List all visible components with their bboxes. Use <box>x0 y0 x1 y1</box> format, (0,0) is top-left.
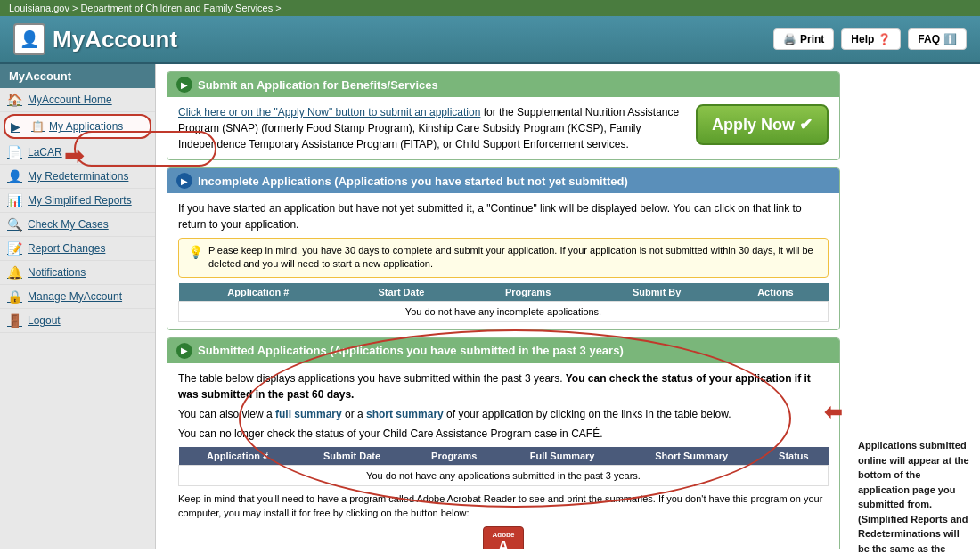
simplified-reports-icon: 📊 <box>7 193 23 207</box>
submitted-play-icon: ▶ <box>176 343 192 359</box>
col-programs: Programs <box>465 283 591 302</box>
sub-col-status: Status <box>759 447 828 466</box>
faq-button[interactable]: FAQ ℹ️ <box>908 28 967 50</box>
acrobat-icon: A <box>491 539 515 549</box>
adobe-reader-area: Adobe A GetReader <box>178 526 829 549</box>
checkmark-icon: ✔ <box>799 116 813 134</box>
logo-text: MyAccount <box>53 26 177 53</box>
submitted-desc3: You can no longer check the status of yo… <box>178 426 829 442</box>
report-changes-icon: 📝 <box>7 241 23 256</box>
incomplete-applications-section: ▶ Incomplete Applications (Applications … <box>167 167 840 330</box>
apply-text: Click here or on the "Apply Now" button … <box>178 104 685 152</box>
submit-application-section: ▶ Submit an Application for Benefits/Ser… <box>167 71 840 160</box>
logout-icon: 🚪 <box>7 313 23 328</box>
home-icon: 🏠 <box>7 93 23 107</box>
lacar-icon: 📄 <box>7 145 23 159</box>
sidebar-item-check-cases[interactable]: 🔍 Check My Cases <box>0 213 155 237</box>
header-buttons: 🖨️ Print Help ❓ FAQ ℹ️ <box>773 28 967 50</box>
warning-box: 💡 Please keep in mind, you have 30 days … <box>178 238 829 278</box>
sidebar-item-manage[interactable]: 🔒 Manage MyAccount <box>0 285 155 309</box>
manage-icon: 🔒 <box>7 289 23 304</box>
notifications-icon: 🔔 <box>7 265 23 280</box>
incomplete-section-body: If you have started an application but h… <box>167 193 839 329</box>
sidebar-item-report-changes[interactable]: 📝 Report Changes <box>0 237 155 261</box>
incomplete-table: Application # Start Date Programs Submit… <box>178 283 829 322</box>
header: 👤 MyAccount 🖨️ Print Help ❓ FAQ ℹ️ <box>0 16 980 64</box>
main-content: ▶ Submit an Application for Benefits/Ser… <box>156 64 851 549</box>
col-start-date: Start Date <box>338 283 465 302</box>
apply-link[interactable]: Click here or on the "Apply Now" button … <box>178 106 480 118</box>
col-submit-by: Submit By <box>591 283 723 302</box>
sidebar-item-home[interactable]: 🏠 MyAccount Home <box>0 88 155 112</box>
warning-icon: 💡 <box>188 244 203 262</box>
right-annotation: ⬅ Applications submitted online will app… <box>851 64 980 549</box>
sidebar-item-lacar[interactable]: 📄 LaCAR <box>0 141 155 165</box>
submitted-table: Application # Submit Date Programs Full … <box>178 447 829 486</box>
submitted-section-header: ▶ Submitted Applications (Applications y… <box>167 338 839 363</box>
submitted-desc1: The table below displays applications yo… <box>178 370 829 403</box>
main-layout: MyAccount 🏠 MyAccount Home ▶ 📋 My Applic… <box>0 64 980 549</box>
help-button[interactable]: Help ❓ <box>841 28 901 50</box>
redeterminations-icon: 👤 <box>7 169 23 183</box>
breadcrumb: Louisiana.gov > Department of Children a… <box>0 0 980 16</box>
sidebar-item-notifications[interactable]: 🔔 Notifications <box>0 261 155 285</box>
logo-icon: 👤 <box>13 23 45 55</box>
submitted-applications-section: ▶ Submitted Applications (Applications y… <box>167 337 840 549</box>
submitted-section-title: Submitted Applications (Applications you… <box>198 344 624 357</box>
adobe-reader-button[interactable]: Adobe A GetReader <box>483 526 523 549</box>
submit-section-body: Click here or on the "Apply Now" button … <box>167 97 839 159</box>
logo-area: 👤 MyAccount <box>13 23 177 55</box>
adobe-label: Adobe <box>491 531 515 539</box>
print-button[interactable]: 🖨️ Print <box>773 28 834 50</box>
table-row: You do not have any incomplete applicati… <box>179 301 829 321</box>
sidebar-item-redeterminations[interactable]: 👤 My Redeterminations <box>0 165 155 189</box>
sub-col-programs: Programs <box>407 447 501 466</box>
sidebar-item-applications[interactable]: ▶ 📋 My Applications <box>4 114 151 139</box>
applications-icon: ▶ <box>11 119 27 134</box>
print-icon: 🖨️ <box>783 33 796 45</box>
incomplete-section-header: ▶ Incomplete Applications (Applications … <box>167 168 839 193</box>
submit-section-title: Submit an Application for Benefits/Servi… <box>198 78 438 92</box>
faq-icon: ℹ️ <box>943 33 957 45</box>
sub-col-submit-date: Submit Date <box>297 447 408 466</box>
incomplete-section-title: Incomplete Applications (Applications yo… <box>198 175 628 188</box>
submit-play-icon: ▶ <box>176 77 192 93</box>
submitted-section-body: The table below displays applications yo… <box>167 363 839 549</box>
help-icon: ❓ <box>878 33 891 45</box>
adobe-note: Keep in mind that you'll need to have a … <box>178 492 829 521</box>
check-cases-icon: 🔍 <box>7 217 23 232</box>
sidebar: MyAccount 🏠 MyAccount Home ▶ 📋 My Applic… <box>0 64 156 549</box>
sidebar-item-logout[interactable]: 🚪 Logout <box>0 309 155 333</box>
no-incomplete-msg: You do not have any incomplete applicati… <box>179 301 829 321</box>
right-arrow-icon: ⬅ <box>824 396 842 428</box>
apply-now-area: Click here or on the "Apply Now" button … <box>178 104 829 152</box>
short-summary-link[interactable]: short summary <box>366 408 444 420</box>
submit-section-header: ▶ Submit an Application for Benefits/Ser… <box>167 72 839 97</box>
table-row: You do not have any applications submitt… <box>179 465 829 485</box>
sidebar-item-simplified-reports[interactable]: 📊 My Simplified Reports <box>0 189 155 213</box>
col-actions: Actions <box>723 283 828 302</box>
sub-col-short-summary: Short Summary <box>624 447 759 466</box>
sub-col-app-num: Application # <box>179 447 297 466</box>
incomplete-description: If you have started an application but h… <box>178 200 829 232</box>
sidebar-title: MyAccount <box>0 64 155 88</box>
full-summary-link[interactable]: full summary <box>275 408 342 420</box>
warning-text: Please keep in mind, you have 30 days to… <box>208 244 819 272</box>
sub-col-full-summary: Full Summary <box>501 447 624 466</box>
col-app-num: Application # <box>179 283 339 302</box>
apply-now-button[interactable]: Apply Now ✔ <box>696 104 829 145</box>
submitted-desc2: You can also view a full summary or a sh… <box>178 406 829 422</box>
sidebar-item-applications-label: 📋 <box>31 120 45 133</box>
incomplete-play-icon: ▶ <box>176 173 192 189</box>
no-submitted-msg: You do not have any applications submitt… <box>179 465 829 485</box>
